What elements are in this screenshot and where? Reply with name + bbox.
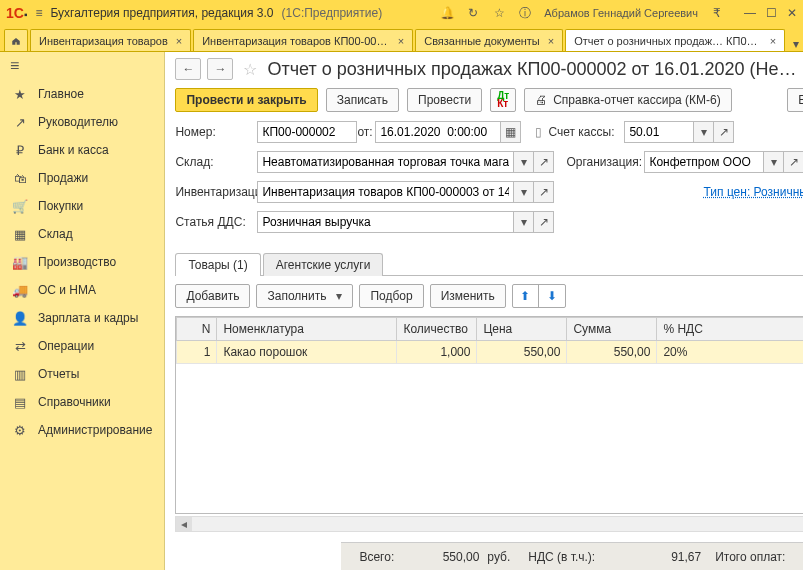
tab-1[interactable]: Инвентаризация товаров× [30,29,191,51]
operations-icon: ⇄ [12,339,28,354]
calendar-icon[interactable]: ▦ [501,121,521,143]
vat-value: 91,67 [671,550,701,564]
subtab-goods[interactable]: Товары (1) [175,253,260,276]
move-up-button[interactable]: ⬆ [513,285,539,307]
sidebar-item-purchases[interactable]: 🛒Покупки [0,192,164,220]
tab-2[interactable]: Инвентаризация товаров КП00-000003 о…× [193,29,413,51]
date-input[interactable] [375,121,501,143]
nav-forward-button[interactable]: → [207,58,233,80]
sidebar-item-warehouse[interactable]: ▦Склад [0,220,164,248]
inventory-input[interactable] [257,181,514,203]
platform-label: (1С:Предприятие) [282,6,383,20]
cash-account-input[interactable] [624,121,694,143]
post-and-close-button[interactable]: Провести и закрыть [175,88,317,112]
chevron-down-icon: ▾ [336,289,342,303]
close-icon[interactable]: × [176,35,182,47]
sidebar-item-operations[interactable]: ⇄Операции [0,332,164,360]
select-icon[interactable]: ▾ [514,211,534,233]
close-icon[interactable]: × [770,35,776,47]
book-icon: ▤ [12,395,28,410]
select-icon[interactable]: ▾ [694,121,714,143]
sidebar-item-admin[interactable]: ⚙Администрирование [0,416,164,444]
open-icon[interactable]: ↗ [714,121,734,143]
bell-icon[interactable]: 🔔 [440,6,454,20]
fill-button[interactable]: Заполнить▾ [256,284,353,308]
sidebar-item-production[interactable]: 🏭Производство [0,248,164,276]
tab-home[interactable] [4,29,28,51]
boxes-icon: ▦ [12,227,28,242]
dds-input[interactable] [257,211,514,233]
dtkt-icon: ДтКт [497,92,509,108]
title-bar: 1C▪ ≡ Бухгалтерия предприятия, редакция … [0,0,803,26]
horizontal-scrollbar[interactable]: ◂ ▸ [175,516,803,532]
dt-kt-button[interactable]: ДтКт [490,88,516,112]
scroll-left-icon[interactable]: ◂ [176,517,192,531]
number-label: Номер: [175,125,257,139]
close-icon[interactable]: × [398,35,404,47]
col-price[interactable]: Цена [477,318,567,341]
paid-label: Итого оплат: [715,550,785,564]
sidebar-item-salary[interactable]: 👤Зарплата и кадры [0,304,164,332]
col-vat[interactable]: % НДС [657,318,803,341]
star-icon[interactable]: ☆ [492,6,506,20]
help-icon[interactable]: ⓘ [518,5,532,22]
select-icon[interactable]: ▾ [514,151,534,173]
select-icon[interactable]: ▾ [764,151,784,173]
select-icon[interactable]: ▾ [514,181,534,203]
warehouse-input[interactable] [257,151,514,173]
sidebar-item-bank[interactable]: ₽Банк и касса [0,136,164,164]
number-input[interactable] [257,121,357,143]
arrow-up-icon: ⬆ [520,289,530,303]
move-down-button[interactable]: ⬇ [539,285,565,307]
close-icon[interactable]: × [548,35,554,47]
table-row[interactable]: 1 Какао порошок 1,000 550,00 550,00 20% [177,341,803,364]
org-label: Организация: [566,155,644,169]
user-name[interactable]: Абрамов Геннадий Сергеевич [544,7,698,19]
sidebar-item-assets[interactable]: 🚚ОС и НМА [0,276,164,304]
menu-icon[interactable]: ≡ [35,6,42,20]
price-type-link[interactable]: Тип цен: Розничные (НДС в с… [704,185,803,199]
person-icon: 👤 [12,311,28,326]
org-input[interactable] [644,151,764,173]
sidebar-item-reports[interactable]: ▥Отчеты [0,360,164,388]
change-button[interactable]: Изменить [430,284,506,308]
history-icon[interactable]: ↻ [466,6,480,20]
sidebar-item-main[interactable]: ★Главное [0,80,164,108]
tabs-overflow-icon[interactable]: ▾ [789,37,803,51]
col-sum[interactable]: Сумма [567,318,657,341]
app-title: Бухгалтерия предприятия, редакция 3.0 [50,6,273,20]
open-icon[interactable]: ↗ [534,211,554,233]
user-menu-icon[interactable]: ₹ [710,6,724,20]
open-icon[interactable]: ↗ [534,151,554,173]
tab-3[interactable]: Связанные документы× [415,29,563,51]
close-window-icon[interactable]: ✕ [787,6,797,20]
col-n[interactable]: N [177,318,217,341]
minimize-icon[interactable]: — [744,6,756,20]
open-icon[interactable]: ↗ [534,181,554,203]
select-button[interactable]: Подбор [359,284,423,308]
sidebar-item-manager[interactable]: ↗Руководителю [0,108,164,136]
warehouse-label: Склад: [175,155,257,169]
page-title: Отчет о розничных продажах КП00-000002 о… [267,59,796,80]
maximize-icon[interactable]: ☐ [766,6,777,20]
chart-up-icon: ↗ [12,115,28,130]
footer-bar: Всего: 550,00руб. НДС (в т.ч.): 91,67 Ит… [341,542,803,570]
save-button[interactable]: Записать [326,88,399,112]
post-button[interactable]: Провести [407,88,482,112]
bag-icon: 🛍 [12,171,28,186]
goods-grid[interactable]: N Номенклатура Количество Цена Сумма % Н… [175,316,803,514]
subtab-agent[interactable]: Агентские услуги [263,253,384,276]
col-nomenclature[interactable]: Номенклатура [217,318,397,341]
favorite-icon[interactable]: ☆ [243,60,257,79]
nav-back-button[interactable]: ← [175,58,201,80]
more-button[interactable]: Еще▾ [787,88,803,112]
total-label: Всего: [359,550,394,564]
sidebar-item-catalogs[interactable]: ▤Справочники [0,388,164,416]
col-qty[interactable]: Количество [397,318,477,341]
add-button[interactable]: Добавить [175,284,250,308]
sidebar-toggle-icon[interactable]: ≡ [0,52,164,80]
print-report-button[interactable]: 🖨Справка-отчет кассира (КМ-6) [524,88,732,112]
open-icon[interactable]: ↗ [784,151,803,173]
sidebar-item-sales[interactable]: 🛍Продажи [0,164,164,192]
tab-4[interactable]: Отчет о розничных продаж… КП00-000002× [565,29,785,51]
